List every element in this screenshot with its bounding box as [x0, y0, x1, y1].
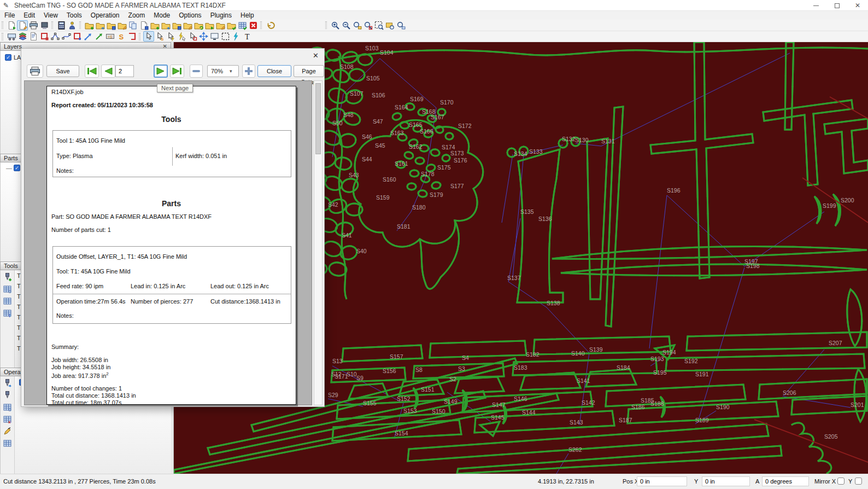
- delete-part-icon[interactable]: [248, 20, 259, 31]
- print-button[interactable]: [27, 65, 43, 78]
- zoom-box-icon[interactable]: [220, 31, 231, 42]
- layer-checkbox[interactable]: ✓: [5, 54, 11, 61]
- pan-view-icon[interactable]: [209, 31, 220, 42]
- op-edit-icon[interactable]: [2, 426, 13, 436]
- undo-icon[interactable]: [265, 20, 275, 31]
- part-paste-icon[interactable]: [138, 20, 149, 31]
- op-delete-icon[interactable]: x: [2, 414, 13, 424]
- menu-file[interactable]: File: [0, 11, 19, 19]
- part-open-icon[interactable]: [95, 20, 105, 31]
- part-new-icon[interactable]: [84, 20, 95, 31]
- zoom-level-select[interactable]: 70% ▾: [207, 65, 239, 77]
- scrollbar-thumb[interactable]: [315, 83, 321, 154]
- drawing-insert-icon[interactable]: [204, 20, 215, 31]
- edit-nodes-icon[interactable]: [50, 31, 61, 42]
- start-points-icon[interactable]: [72, 31, 83, 42]
- drawing-new-icon[interactable]: [149, 20, 160, 31]
- tool-table-icon[interactable]: [2, 296, 13, 306]
- tool-row[interactable]: T: [17, 345, 21, 352]
- mirror-x-checkbox[interactable]: [837, 478, 844, 485]
- zoom-in-icon[interactable]: [330, 20, 341, 31]
- page-number-input[interactable]: [115, 65, 134, 77]
- menu-plugins[interactable]: Plugins: [206, 11, 236, 19]
- zoom-out-icon[interactable]: [341, 20, 351, 31]
- layers-icon[interactable]: [17, 31, 28, 42]
- edit-job-icon[interactable]: [17, 20, 28, 31]
- job-options-icon[interactable]: [28, 31, 39, 42]
- edit-contours-icon[interactable]: [61, 31, 72, 42]
- text-tool-icon[interactable]: T: [242, 31, 253, 42]
- part-copy-icon[interactable]: [127, 20, 138, 31]
- page-setup-button[interactable]: Page Setup: [294, 65, 324, 77]
- menu-mode[interactable]: Mode: [149, 11, 174, 19]
- tool-row[interactable]: T: [17, 314, 21, 321]
- scrap-tool-icon[interactable]: S: [115, 31, 126, 42]
- measure-tool-icon[interactable]: [231, 31, 242, 42]
- mirror-y-checkbox[interactable]: [855, 478, 862, 485]
- contour-select-icon[interactable]: [187, 31, 198, 42]
- snap-select-icon[interactable]: S: [154, 31, 165, 42]
- menu-options[interactable]: Options: [174, 11, 206, 19]
- tool-row[interactable]: T: [17, 324, 21, 331]
- nest-parts-icon[interactable]: [226, 20, 237, 31]
- tool-row[interactable]: T: [17, 272, 21, 279]
- first-page-button[interactable]: [85, 65, 99, 78]
- drawing-reload-icon[interactable]: [193, 20, 204, 31]
- close-button[interactable]: Close: [257, 65, 291, 77]
- zoom-machine-icon[interactable]: [395, 20, 406, 31]
- zoom-out-button[interactable]: [190, 65, 203, 78]
- tool-row[interactable]: T: [17, 304, 21, 310]
- drawing-replace-icon[interactable]: [215, 20, 226, 31]
- drawing-open-icon[interactable]: [160, 20, 171, 31]
- op-export-icon[interactable]: [2, 378, 13, 388]
- part-tool-icon[interactable]: [126, 31, 137, 42]
- prev-page-button[interactable]: [101, 65, 115, 78]
- run-post-icon[interactable]: [67, 20, 78, 31]
- menu-zoom[interactable]: Zoom: [124, 11, 150, 19]
- move-path-icon[interactable]: [83, 31, 93, 42]
- select-tool-icon[interactable]: [143, 31, 154, 42]
- zoom-in-button[interactable]: [242, 65, 255, 78]
- angle-field[interactable]: [762, 476, 809, 486]
- dialog-close-icon[interactable]: ✕: [313, 51, 319, 60]
- part-row[interactable]: — ✓: [6, 165, 20, 171]
- drawing-save-icon[interactable]: [171, 20, 182, 31]
- zoom-extents-icon[interactable]: [384, 20, 395, 31]
- tool-row[interactable]: T: [17, 293, 21, 300]
- menu-edit[interactable]: Edit: [19, 11, 39, 19]
- plot-job-icon[interactable]: [39, 20, 50, 31]
- part-save-icon[interactable]: [105, 20, 116, 31]
- op-gcode-icon[interactable]: G: [2, 402, 13, 412]
- reverse-path-icon[interactable]: [93, 31, 104, 42]
- tool-row[interactable]: T: [17, 335, 21, 341]
- machine-setup-icon[interactable]: [6, 31, 17, 42]
- report-scrollbar[interactable]: [314, 80, 322, 405]
- part-checkbox[interactable]: ✓: [14, 165, 20, 171]
- plate-tool-icon[interactable]: +S: [104, 31, 115, 42]
- tool-alert-icon[interactable]: !: [2, 308, 13, 318]
- menu-tools[interactable]: Tools: [62, 11, 86, 19]
- menu-view[interactable]: View: [39, 11, 62, 19]
- new-job-icon[interactable]: [6, 20, 17, 31]
- zoom-window-icon[interactable]: [373, 20, 384, 31]
- tool-new-icon[interactable]: [2, 272, 13, 282]
- contour-options-icon[interactable]: [39, 31, 50, 42]
- tool-row[interactable]: T: [17, 283, 21, 289]
- minimize-icon[interactable]: [806, 0, 826, 11]
- close-icon[interactable]: ✕: [847, 0, 868, 11]
- menu-operation[interactable]: Operation: [86, 11, 124, 19]
- print-report-icon[interactable]: [28, 20, 39, 31]
- quick-cut-icon[interactable]: [176, 31, 187, 42]
- zoom-part-icon[interactable]: [351, 20, 362, 31]
- drawing-edit-icon[interactable]: [182, 20, 193, 31]
- part-edit-icon[interactable]: [116, 20, 127, 31]
- nest-check-icon[interactable]: [237, 20, 248, 31]
- tool-gcode-icon[interactable]: G: [2, 284, 13, 294]
- cut-select-icon[interactable]: [165, 31, 176, 42]
- zoom-job-icon[interactable]: [362, 20, 373, 31]
- pos-y-field[interactable]: [702, 476, 750, 486]
- menu-help[interactable]: Help: [236, 11, 259, 19]
- post-process-icon[interactable]: [56, 20, 67, 31]
- next-page-button[interactable]: [154, 65, 168, 78]
- pos-x-field[interactable]: [637, 476, 687, 486]
